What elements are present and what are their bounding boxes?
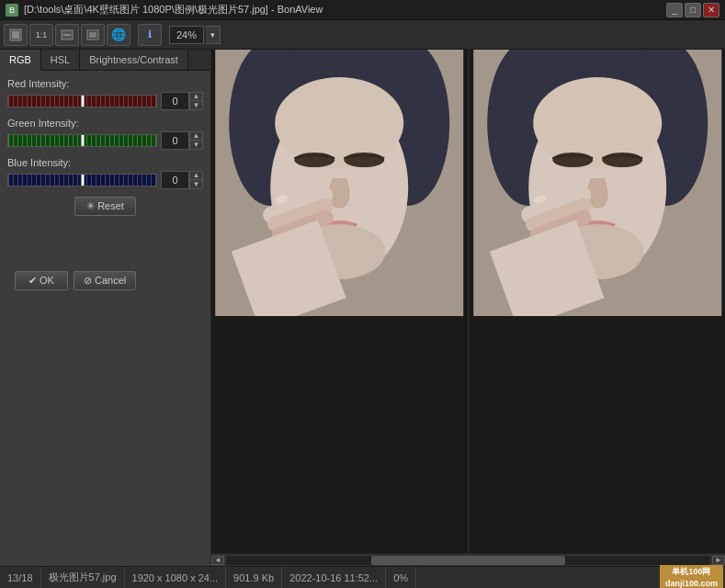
tab-brightness-contrast[interactable]: Brightness/Contrast	[80, 50, 188, 70]
blue-value[interactable]: 0	[162, 172, 189, 188]
scroll-left-btn[interactable]: ◄	[211, 556, 224, 565]
status-filename: 极光图片57.jpg	[41, 567, 125, 588]
reset-button[interactable]: ✳ Reset	[74, 197, 136, 216]
toolbar-info[interactable]: ℹ	[138, 24, 162, 46]
left-pane-bottom	[211, 319, 468, 553]
scroll-right-btn[interactable]: ►	[712, 556, 725, 565]
blue-down[interactable]: ▼	[189, 180, 202, 188]
blue-arrows: ▲ ▼	[189, 172, 202, 188]
cancel-button[interactable]: ⊘ Cancel	[74, 271, 136, 290]
green-down[interactable]: ▼	[189, 141, 202, 149]
tab-rgb[interactable]: RGB	[0, 50, 41, 71]
title-bar: B [D:\tools\桌面\4K壁纸图片 1080P\图例\极光图片57.jp…	[0, 0, 725, 20]
svg-rect-20	[215, 50, 463, 316]
window-controls: _ □ ✕	[666, 3, 719, 17]
svg-rect-5	[89, 32, 96, 38]
tabs-bar: RGB HSL Brightness/Contrast	[0, 50, 210, 71]
right-image-pane[interactable]	[470, 50, 726, 553]
title-bar-left: B [D:\tools\桌面\4K壁纸图片 1080P\图例\极光图片57.jp…	[6, 3, 323, 17]
green-channel-group: Green Intensity: 0 ▲ ▼	[7, 118, 203, 150]
main-content: RGB HSL Brightness/Contrast Red Intensit…	[0, 50, 725, 566]
green-up[interactable]: ▲	[189, 132, 202, 141]
red-slider-row: 0 ▲ ▼	[7, 92, 203, 110]
toolbar-globe[interactable]: 🌐	[107, 24, 130, 46]
red-down[interactable]: ▼	[189, 101, 202, 109]
panel-body: Red Intensity: 0 ▲ ▼ Green Intensity:	[0, 71, 210, 298]
toolbar-prev-image[interactable]	[4, 24, 28, 46]
status-zoom: 0%	[386, 567, 416, 588]
tab-hsl[interactable]: HSL	[41, 50, 80, 70]
green-intensity-label: Green Intensity:	[7, 118, 203, 129]
watermark: 单机100网 danji100.com	[660, 565, 723, 588]
svg-rect-35	[473, 50, 721, 316]
image-viewport	[211, 50, 725, 553]
red-up[interactable]: ▲	[189, 93, 202, 101]
right-pane-bottom	[470, 319, 726, 553]
green-value[interactable]: 0	[162, 132, 189, 149]
blue-up[interactable]: ▲	[189, 172, 202, 180]
left-panel: RGB HSL Brightness/Contrast Red Intensit…	[0, 50, 211, 566]
left-image	[211, 50, 468, 316]
blue-slider[interactable]	[7, 174, 157, 187]
blue-channel-group: Blue Intensity: 0 ▲ ▼	[7, 157, 203, 189]
watermark-line2: danji100.com	[665, 578, 718, 589]
red-arrows: ▲ ▼	[189, 93, 202, 109]
close-button[interactable]: ✕	[703, 3, 719, 17]
red-spinner: 0 ▲ ▼	[161, 92, 203, 110]
toolbar-fit[interactable]	[55, 24, 79, 46]
toolbar-zoom-fit[interactable]	[81, 24, 105, 46]
status-filesize: 901.9 Kb	[226, 567, 282, 588]
minimize-button[interactable]: _	[666, 3, 683, 17]
green-spinner: 0 ▲ ▼	[161, 131, 203, 150]
red-intensity-label: Red Intensity:	[7, 78, 203, 89]
status-index: 13/18	[0, 567, 41, 588]
red-value[interactable]: 0	[162, 93, 189, 109]
horizontal-scrollbar[interactable]: ◄ ►	[211, 553, 725, 566]
zoom-dropdown[interactable]: ▾	[206, 26, 221, 44]
svg-rect-1	[12, 31, 19, 39]
green-slider[interactable]	[7, 134, 157, 147]
blue-intensity-label: Blue Intensity:	[7, 157, 203, 168]
zoom-input[interactable]: 24%	[169, 26, 204, 44]
ok-button[interactable]: ✔ OK	[15, 271, 68, 290]
right-panel: ◄ ►	[211, 50, 725, 566]
left-image-pane[interactable]	[211, 50, 468, 553]
scrollbar-track[interactable]	[226, 556, 710, 565]
blue-spinner: 0 ▲ ▼	[161, 171, 203, 189]
watermark-line1: 单机100网	[665, 566, 718, 578]
red-channel-group: Red Intensity: 0 ▲ ▼	[7, 78, 203, 110]
green-slider-row: 0 ▲ ▼	[7, 131, 203, 150]
pane-container	[211, 50, 725, 553]
blue-slider-row: 0 ▲ ▼	[7, 171, 203, 189]
right-image	[470, 50, 726, 316]
action-buttons: ✔ OK ⊘ Cancel	[7, 271, 203, 290]
status-bar: 13/18 极光图片57.jpg 1920 x 1080 x 24... 901…	[0, 566, 725, 588]
red-slider[interactable]	[7, 95, 157, 107]
reset-area: ✳ Reset	[7, 197, 203, 216]
toolbar-1to1[interactable]: 1:1	[29, 24, 53, 46]
app-icon: B	[6, 4, 18, 17]
status-dimensions: 1920 x 1080 x 24...	[125, 567, 227, 588]
title-text: [D:\tools\桌面\4K壁纸图片 1080P\图例\极光图片57.jpg]…	[24, 3, 323, 17]
scrollbar-thumb[interactable]	[371, 556, 565, 565]
maximize-button[interactable]: □	[685, 3, 701, 17]
status-datetime: 2022-10-16 11:52...	[282, 567, 386, 588]
green-arrows: ▲ ▼	[189, 132, 202, 149]
toolbar: 1:1 🌐 ℹ 24% ▾	[0, 20, 725, 50]
